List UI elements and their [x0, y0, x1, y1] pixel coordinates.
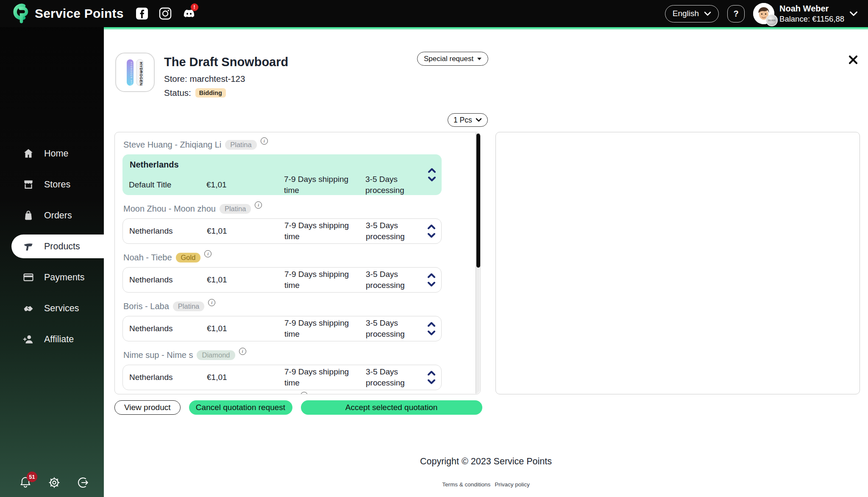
top-header: Service Points ! English ? [0, 0, 868, 27]
sidebar-item-stores[interactable]: Stores [0, 173, 104, 196]
chevron-down-icon [849, 11, 858, 17]
quote-country: Netherlands [129, 274, 207, 285]
cancel-quotation-button[interactable]: Cancel quotation request [189, 400, 292, 415]
chevron-down-icon[interactable] [427, 379, 436, 385]
info-icon[interactable] [239, 348, 246, 355]
special-request-label: Special request [424, 55, 473, 63]
quote-processing: 3-5 Days processing [366, 366, 425, 388]
chevron-down-icon[interactable] [427, 282, 436, 287]
quantity-stepper [427, 322, 436, 336]
chevron-up-icon[interactable] [427, 371, 436, 376]
instagram-icon[interactable] [159, 7, 172, 20]
discord-icon[interactable]: ! [182, 7, 195, 20]
sidebar-item-label: Payments [44, 272, 85, 283]
quote-card-selected[interactable]: Netherlands Default Title €1,01 7-9 Days… [122, 154, 442, 195]
sidebar-item-payments[interactable]: Payments [0, 265, 104, 289]
quote-card[interactable]: Netherlands €1,01 7-9 Days shipping time… [122, 218, 442, 244]
quotation-entry: Steve Huang - Zhiqiang Li Platina Nether… [122, 138, 480, 195]
brand[interactable]: Service Points [10, 2, 124, 25]
quote-row: Netherlands €1,01 7-9 Days shipping time… [123, 269, 420, 290]
seller-name: Nime sup - Nime s [123, 350, 193, 360]
quote-shipping: 7-9 Days shipping time [284, 366, 366, 388]
sidebar-item-label: Orders [44, 210, 72, 221]
quotation-entry: Nime sup - Nime s Diamond Netherlands €1… [122, 349, 480, 390]
quantity-stepper [428, 168, 436, 182]
chevron-up-icon[interactable] [428, 168, 436, 173]
silver-medal-badge: SILVER [766, 14, 778, 26]
app-root: Home Stores Orders Products [0, 0, 868, 497]
info-icon[interactable] [208, 299, 215, 306]
quote-card[interactable]: Netherlands €1,01 7-9 Days shipping time… [122, 267, 442, 293]
scrollbar[interactable] [476, 133, 480, 394]
product-title: The Draft Snowboard [164, 55, 288, 69]
logout-icon[interactable] [75, 475, 91, 490]
privacy-link[interactable]: Privacy policy [495, 481, 530, 488]
seller-line: Steve Huang - Zhiqiang Li Platina [123, 138, 480, 151]
scrollbar-thumb[interactable] [476, 134, 480, 268]
chevron-down-icon[interactable] [427, 330, 436, 336]
quote-row: Netherlands €1,01 7-9 Days shipping time… [123, 318, 420, 339]
product-store: Store: marchtest-123 [164, 74, 288, 84]
price-tag-gun-icon [22, 240, 35, 253]
quotation-entry: Noah - Tiebe Gold Netherlands €1,01 7-9 … [122, 251, 480, 293]
notifications-bell-icon[interactable]: 51 [18, 475, 33, 490]
sidebar: Home Stores Orders Products [0, 0, 104, 497]
seller-name: Moon Zhou - Moon zhou [123, 204, 216, 214]
chevron-up-icon[interactable] [427, 322, 436, 327]
quote-price: €1,01 [207, 226, 284, 237]
sidebar-item-services[interactable]: Services [0, 296, 104, 320]
quote-card[interactable]: Netherlands €1,01 7-9 Days shipping time… [122, 316, 442, 341]
info-icon[interactable] [255, 201, 262, 209]
sidebar-item-products[interactable]: Products [11, 235, 104, 258]
discord-notification-badge: ! [191, 3, 198, 11]
sidebar-item-affiliate[interactable]: Affiliate [0, 327, 104, 351]
quote-row: Netherlands €1,01 7-9 Days shipping time… [123, 366, 420, 388]
quote-option-title: Default Title [129, 179, 206, 190]
social-links: ! [136, 7, 195, 20]
view-product-button[interactable]: View product [114, 400, 181, 415]
product-status-row: Status: Bidding [164, 88, 288, 98]
tier-badge: Platina [225, 140, 256, 150]
chevron-up-icon[interactable] [427, 224, 436, 230]
facebook-icon[interactable] [136, 7, 148, 20]
quote-processing: 3-5 Days processing [366, 220, 425, 242]
brand-name: Service Points [35, 6, 124, 21]
user-balance: Balance: €1156,88 [779, 14, 844, 24]
terms-link[interactable]: Terms & conditions [442, 481, 490, 488]
quantity-label: 1 Pcs [453, 116, 472, 125]
sidebar-item-label: Stores [44, 179, 70, 190]
detail-panel-empty [495, 132, 860, 394]
help-button[interactable]: ? [727, 5, 745, 22]
quote-card[interactable]: Netherlands €1,01 7-9 Days shipping time… [122, 365, 442, 390]
seller-line: Boris - Laba Platina [123, 300, 480, 313]
chevron-down-icon [476, 118, 482, 122]
header-right: English ? SILVER Noah Weber Balance: €11… [665, 3, 858, 24]
language-label: English [673, 9, 699, 18]
product-info: The Draft Snowboard Store: marchtest-123… [164, 53, 288, 98]
settings-gear-icon[interactable] [47, 475, 62, 490]
quote-processing: 3-5 Days processing [366, 269, 425, 290]
info-icon[interactable] [204, 250, 211, 257]
sidebar-item-orders[interactable]: Orders [0, 204, 104, 227]
quote-country: Netherlands [129, 323, 207, 334]
info-icon[interactable] [261, 137, 268, 145]
seller-line: Nime sup - Nime s Diamond [123, 349, 480, 361]
close-icon[interactable] [847, 54, 860, 67]
special-request-dropdown[interactable]: Special request [417, 52, 488, 66]
chevron-up-icon[interactable] [427, 273, 436, 279]
sidebar-item-label: Affiliate [44, 334, 74, 345]
quote-shipping: 7-9 Days shipping time [284, 318, 366, 339]
user-name: Noah Weber [779, 3, 844, 14]
user-menu[interactable]: SILVER Noah Weber Balance: €1156,88 [753, 3, 858, 24]
info-icon [300, 392, 308, 394]
seller-name: Boris - Laba [123, 302, 169, 311]
accept-quotation-button[interactable]: Accept selected quotation [301, 400, 482, 415]
caret-down-icon [477, 58, 481, 60]
language-selector[interactable]: English [665, 5, 719, 22]
chevron-down-icon[interactable] [427, 233, 436, 238]
product-image: HYDROGEN H Y D R O G E N · H Y D [115, 53, 155, 92]
sidebar-item-label: Home [44, 148, 68, 159]
sidebar-item-home[interactable]: Home [0, 142, 104, 165]
quantity-dropdown[interactable]: 1 Pcs [448, 113, 488, 127]
chevron-down-icon[interactable] [428, 176, 436, 182]
